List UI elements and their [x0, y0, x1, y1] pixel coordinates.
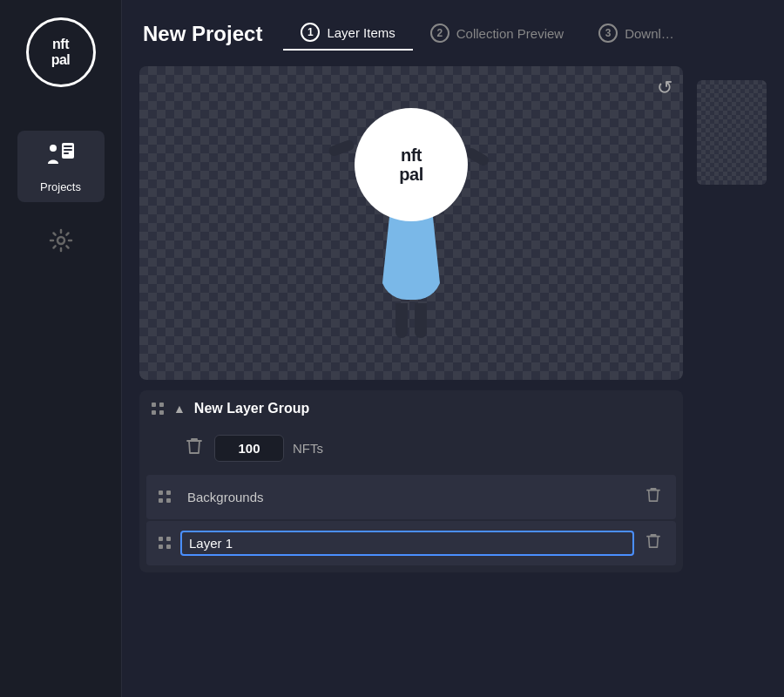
tab-collection-preview[interactable]: 2 Collection Preview	[413, 17, 581, 50]
nft-leg-right	[415, 303, 427, 338]
mini-preview	[697, 80, 767, 185]
svg-point-4	[50, 145, 57, 152]
delete-layer1-button[interactable]	[643, 530, 664, 557]
dot	[159, 545, 163, 549]
dot	[152, 410, 156, 415]
delete-group-button[interactable]	[183, 434, 206, 463]
tab-bar: 1 Layer Items 2 Collection Preview 3 Dow…	[283, 16, 691, 52]
tab-1-number: 1	[301, 23, 320, 42]
tab-download[interactable]: 3 Downl…	[581, 17, 692, 50]
dot	[152, 403, 156, 407]
dot	[159, 403, 164, 407]
tab-3-label: Downl…	[625, 26, 674, 41]
tab-3-number: 3	[598, 24, 618, 43]
header: New Project 1 Layer Items 2 Collection P…	[122, 0, 784, 52]
drag-handle-backgrounds[interactable]	[159, 491, 172, 504]
project-title: New Project	[143, 22, 262, 46]
svg-rect-1	[64, 145, 72, 147]
layer-group-header[interactable]: ▲ New Layer Group	[139, 390, 683, 427]
layer-item-backgrounds-name: Backgrounds	[180, 486, 634, 508]
dot	[166, 498, 171, 503]
dot	[159, 491, 163, 495]
nft-character: nftpal	[355, 108, 468, 338]
svg-point-5	[57, 237, 64, 244]
projects-icon	[46, 139, 76, 175]
layer-group-controls: NFTs	[139, 427, 683, 473]
refresh-button[interactable]: ↺	[657, 77, 672, 99]
right-panel	[697, 66, 767, 683]
layer-item-layer1[interactable]	[146, 521, 676, 565]
preview-panel: ↺ nftpal	[139, 66, 683, 683]
dot	[159, 537, 163, 541]
dot	[159, 498, 163, 503]
nft-count-input[interactable]	[214, 435, 284, 462]
sidebar: nftpal Projects	[0, 0, 122, 697]
nft-leg-left	[395, 303, 408, 338]
gear-icon	[49, 228, 73, 259]
drag-handle-layer1[interactable]	[159, 537, 172, 550]
sidebar-item-projects[interactable]: Projects	[17, 131, 105, 202]
layer-group-title: New Layer Group	[194, 401, 671, 416]
dot	[166, 537, 171, 541]
content-area: ↺ nftpal	[122, 52, 784, 697]
layers-section: ▲ New Layer Group NFTs	[139, 390, 683, 683]
dot	[166, 491, 171, 495]
layer-group: ▲ New Layer Group NFTs	[139, 390, 683, 572]
nfts-label: NFTs	[293, 441, 323, 456]
svg-rect-3	[64, 152, 69, 154]
dot	[159, 410, 164, 415]
tab-2-label: Collection Preview	[456, 26, 564, 41]
svg-rect-2	[64, 149, 72, 151]
nft-body	[381, 213, 442, 300]
delete-layer-backgrounds-button[interactable]	[643, 484, 664, 511]
tab-2-number: 2	[430, 24, 449, 43]
tab-1-label: Layer Items	[327, 25, 395, 40]
tab-layer-items[interactable]: 1 Layer Items	[283, 16, 412, 51]
canvas-area: ↺ nftpal	[139, 66, 683, 380]
drag-handle-group[interactable]	[152, 403, 165, 416]
sidebar-item-settings[interactable]	[35, 220, 87, 267]
layer-item-layer1-input[interactable]	[180, 531, 634, 556]
sidebar-item-projects-label: Projects	[40, 180, 81, 193]
app-logo[interactable]: nftpal	[26, 17, 96, 87]
nft-head-logo: nftpal	[399, 145, 422, 184]
sidebar-nav: Projects	[17, 131, 105, 202]
chevron-icon: ▲	[173, 402, 186, 416]
logo-text: nftpal	[51, 37, 71, 67]
dot	[166, 545, 171, 549]
layer-item-backgrounds[interactable]: Backgrounds	[146, 475, 676, 519]
nft-legs	[395, 303, 427, 338]
main-content: New Project 1 Layer Items 2 Collection P…	[122, 0, 784, 697]
nft-head: nftpal	[355, 108, 468, 221]
